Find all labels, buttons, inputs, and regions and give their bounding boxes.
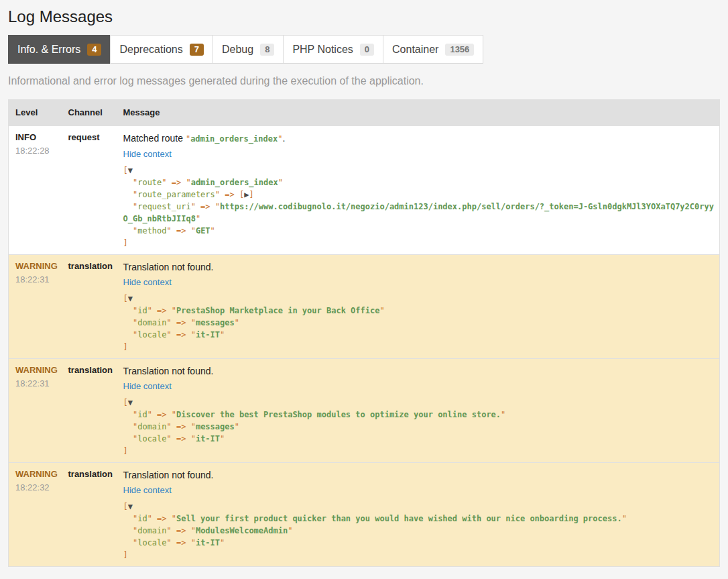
tab-label: Container <box>392 44 438 55</box>
collapse-toggle-icon[interactable]: ▼ <box>128 294 133 303</box>
dump-key: id <box>137 514 147 523</box>
tab-info-errors[interactable]: Info. & Errors4 <box>8 35 111 64</box>
tab-container[interactable]: Container1356 <box>383 35 483 64</box>
context-dump: [▼ "id" => "Sell your first product quic… <box>123 501 717 561</box>
cell-channel: translation <box>62 463 117 567</box>
tab-label: Debug <box>222 44 253 55</box>
message-text: Translation not found. <box>123 260 717 274</box>
dump-string-value: messages <box>196 318 235 327</box>
message-prefix: Translation not found. <box>123 470 214 480</box>
panel-description: Informational and error log messages gen… <box>8 75 720 87</box>
cell-level: WARNING18:22:32 <box>9 463 62 567</box>
channel-label: request <box>68 132 100 142</box>
dump-open-bracket: [ <box>123 166 128 175</box>
tab-count-badge: 4 <box>87 44 101 56</box>
profiler-panel: Log Messages Info. & Errors4Deprecations… <box>0 7 728 567</box>
dump-key: id <box>137 306 147 315</box>
tab-label: Deprecations <box>119 44 182 55</box>
dump-key: locale <box>137 330 166 339</box>
tab-bar: Info. & Errors4Deprecations7Debug8PHP No… <box>8 35 720 64</box>
tab-count-badge: 1356 <box>445 44 474 56</box>
cell-level: WARNING18:22:31 <box>9 255 62 359</box>
dump-key: request_uri <box>137 202 190 211</box>
context-dump: [▼ "route" => "admin_orders_index" "rout… <box>123 164 717 249</box>
level-label: INFO <box>15 131 55 144</box>
hide-context-link[interactable]: Hide context <box>123 149 172 160</box>
message-code-value: admin_orders_index <box>190 134 278 144</box>
channel-label: translation <box>68 469 113 479</box>
tab-count-badge: 0 <box>360 44 374 56</box>
message-suffix: . <box>282 133 285 144</box>
table-header-row: LevelChannelMessage <box>9 100 720 126</box>
level-label: WARNING <box>15 468 55 480</box>
dump-key: domain <box>137 318 166 327</box>
cell-message: Translation not found.Hide context[▼ "id… <box>117 255 720 359</box>
tab-count-badge: 7 <box>190 44 204 56</box>
dump-string-value: admin_orders_index <box>191 178 278 187</box>
level-time: 18:22:31 <box>15 378 55 390</box>
hide-context-link[interactable]: Hide context <box>123 277 172 288</box>
log-table: LevelChannelMessage INFO18:22:28requestM… <box>8 99 720 567</box>
cell-message: Translation not found.Hide context[▼ "id… <box>117 463 720 567</box>
log-row: WARNING18:22:31translationTranslation no… <box>9 359 720 463</box>
dump-open-bracket: [ <box>123 502 128 511</box>
cell-message: Matched route "admin_orders_index".Hide … <box>117 126 720 255</box>
message-prefix: Matched route <box>123 133 186 144</box>
hide-context-link[interactable]: Hide context <box>123 381 172 392</box>
dump-open-bracket: [ <box>123 398 128 407</box>
cell-channel: translation <box>62 359 117 463</box>
message-prefix: Translation not found. <box>123 366 214 376</box>
dump-string-value: it-IT <box>196 538 220 547</box>
collapse-toggle-icon[interactable]: ▼ <box>128 502 133 511</box>
dump-key: route <box>137 178 162 187</box>
dump-string-value: Discover the best PrestaShop modules to … <box>176 410 501 419</box>
dump-key: locale <box>137 434 166 443</box>
cell-message: Translation not found.Hide context[▼ "id… <box>117 359 720 463</box>
dump-key: locale <box>137 538 166 547</box>
collapse-toggle-icon[interactable]: ▼ <box>128 398 133 407</box>
expand-toggle-icon[interactable]: ▶ <box>244 190 249 199</box>
message-code: "admin_orders_index" <box>186 134 283 144</box>
message-text: Translation not found. <box>123 468 717 482</box>
column-header-level: Level <box>9 100 62 126</box>
tab-php-notices[interactable]: PHP Notices0 <box>283 35 383 64</box>
level-time: 18:22:28 <box>15 145 55 157</box>
dump-string-value: it-IT <box>196 434 220 443</box>
cell-level: INFO18:22:28 <box>9 126 62 255</box>
cell-channel: request <box>62 126 117 255</box>
channel-label: translation <box>68 365 113 375</box>
collapse-toggle-icon[interactable]: ▼ <box>128 166 133 175</box>
level-label: WARNING <box>15 364 55 376</box>
dump-string-value: Sell your first product quicker than you… <box>176 514 622 523</box>
tab-deprecations[interactable]: Deprecations7 <box>110 35 213 64</box>
dump-key: route_parameters <box>137 190 215 199</box>
column-header-message: Message <box>117 100 720 126</box>
tab-debug[interactable]: Debug8 <box>213 35 284 64</box>
level-time: 18:22:32 <box>15 482 55 494</box>
tab-label: PHP Notices <box>292 44 353 55</box>
dump-string-value: messages <box>196 422 235 431</box>
level-time: 18:22:31 <box>15 274 55 286</box>
column-header-channel: Channel <box>62 100 117 126</box>
dump-open-bracket: [ <box>123 294 128 303</box>
tab-count-badge: 8 <box>260 44 274 56</box>
channel-label: translation <box>68 261 113 271</box>
level-label: WARNING <box>15 260 55 272</box>
message-text: Translation not found. <box>123 364 717 378</box>
dump-string-value: ModulesWelcomeAdmin <box>196 526 288 535</box>
dump-string-value: https://www.codibugnolo.it/negozio/admin… <box>123 202 714 223</box>
dump-key: domain <box>137 422 166 431</box>
message-prefix: Translation not found. <box>123 262 214 272</box>
log-row: WARNING18:22:31translationTranslation no… <box>9 255 720 359</box>
hide-context-link[interactable]: Hide context <box>123 485 172 496</box>
tab-label: Info. & Errors <box>17 44 80 55</box>
dump-key: domain <box>137 526 166 535</box>
log-table-body: INFO18:22:28requestMatched route "admin_… <box>9 126 720 567</box>
dump-string-value: PrestaShop Marketplace in your Back Offi… <box>176 306 379 315</box>
cell-channel: translation <box>62 255 117 359</box>
dump-key: method <box>137 226 166 235</box>
dump-string-value: GET <box>196 226 210 235</box>
dump-string-value: it-IT <box>196 330 220 339</box>
log-row: INFO18:22:28requestMatched route "admin_… <box>9 126 720 255</box>
dump-key: id <box>137 410 147 419</box>
